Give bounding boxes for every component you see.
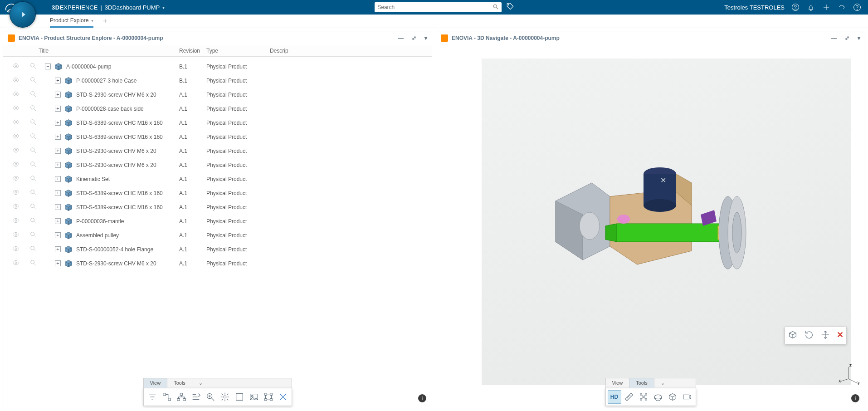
expander-button[interactable]: +	[55, 162, 61, 168]
tool-explode[interactable]	[637, 390, 650, 404]
tree-row[interactable]: +STD-S-2930-screw CHV M6 x 20A.1Physical…	[3, 158, 432, 172]
structure-tree[interactable]: −A-00000004-pumpB.1Physical Product+P-00…	[3, 57, 432, 408]
bell-icon[interactable]	[806, 3, 815, 12]
help-icon[interactable]	[853, 3, 862, 12]
pump-model[interactable]: ✕	[537, 137, 764, 301]
visibility-icon[interactable]	[11, 62, 20, 71]
expander-button[interactable]: +	[55, 106, 61, 112]
search-row-icon[interactable]	[29, 189, 38, 197]
expand-button[interactable]: ⤢	[845, 35, 849, 41]
visibility-icon[interactable]	[11, 203, 20, 211]
search-icon[interactable]	[493, 4, 499, 11]
panel-menu-button[interactable]: ▾	[424, 35, 427, 41]
search-row-icon[interactable]	[29, 175, 38, 183]
tool-camera[interactable]	[680, 390, 694, 404]
search-row-icon[interactable]	[29, 203, 38, 211]
tool-fit[interactable]	[218, 390, 232, 404]
search-row-icon[interactable]	[29, 76, 38, 85]
expander-button[interactable]: +	[55, 232, 61, 238]
3d-viewport[interactable]: ✕ ✕ z y x	[436, 45, 865, 408]
expander-button[interactable]: +	[55, 176, 61, 182]
expander-button[interactable]: +	[55, 218, 61, 224]
tool-measure[interactable]	[622, 390, 636, 404]
section-move-icon[interactable]	[820, 330, 830, 341]
expander-button[interactable]: +	[55, 148, 61, 154]
search-row-icon[interactable]	[29, 62, 38, 71]
expander-button[interactable]: +	[55, 260, 61, 266]
tag-icon[interactable]	[506, 2, 514, 12]
chevron-down-icon[interactable]: ▾	[162, 5, 165, 10]
visibility-icon[interactable]	[11, 231, 20, 240]
minimize-button[interactable]: —	[831, 35, 837, 41]
visibility-icon[interactable]	[11, 217, 20, 225]
axis-triad[interactable]: z y x	[838, 363, 859, 386]
tab-product-explore[interactable]: Product Explore ▾	[50, 15, 93, 28]
visibility-icon[interactable]	[11, 118, 20, 127]
search-row-icon[interactable]	[29, 118, 38, 127]
info-button[interactable]: i	[851, 394, 859, 402]
tree-row[interactable]: +STD-S-00000052-4 hole FlangeA.1Physical…	[3, 242, 432, 256]
search-row-icon[interactable]	[29, 259, 38, 268]
visibility-icon[interactable]	[11, 189, 20, 197]
tool-zoom-in[interactable]	[204, 390, 217, 404]
search-row-icon[interactable]	[29, 90, 38, 99]
tree-row[interactable]: −A-00000004-pumpB.1Physical Product	[3, 59, 432, 73]
user-icon[interactable]	[791, 3, 800, 12]
visibility-icon[interactable]	[11, 104, 20, 113]
minimize-button[interactable]: —	[398, 35, 404, 41]
visibility-icon[interactable]	[11, 259, 20, 268]
tool-render-mode[interactable]	[666, 390, 679, 404]
col-revision[interactable]: Revision	[179, 48, 206, 54]
tab-tools[interactable]: Tools	[167, 378, 192, 388]
visibility-icon[interactable]	[11, 245, 20, 254]
tree-row[interactable]: +STD-S-2930-screw CHV M6 x 20A.1Physical…	[3, 256, 432, 270]
search-row-icon[interactable]	[29, 147, 38, 155]
tree-row[interactable]: +P-00000027-3 hole CaseB.1Physical Produ…	[3, 73, 432, 88]
tab-tools[interactable]: Tools	[629, 378, 654, 388]
tree-row[interactable]: +STD-S-2930-screw CHV M6 x 20A.1Physical…	[3, 144, 432, 158]
info-button[interactable]: i	[418, 394, 426, 402]
expander-button[interactable]: +	[55, 92, 61, 98]
search-row-icon[interactable]	[29, 245, 38, 254]
visibility-icon[interactable]	[11, 175, 20, 183]
expander-button[interactable]: −	[45, 64, 51, 69]
expander-button[interactable]: +	[55, 204, 61, 210]
expander-button[interactable]: +	[55, 134, 61, 140]
col-title[interactable]: Title	[7, 48, 179, 54]
tree-row[interactable]: +STD-S-2930-screw CHV M6 x 20A.1Physical…	[3, 88, 432, 102]
search-row-icon[interactable]	[29, 132, 38, 141]
tree-row[interactable]: +Assembled pulleyA.1Physical Product	[3, 228, 432, 242]
search-row-icon[interactable]	[29, 161, 38, 169]
search-row-icon[interactable]	[29, 217, 38, 225]
col-type[interactable]: Type	[206, 48, 270, 54]
global-search[interactable]	[375, 2, 502, 12]
tree-row[interactable]: +P-00000028-case back sideA.1Physical Pr…	[3, 102, 432, 116]
section-rotate-icon[interactable]	[804, 330, 814, 341]
chevron-down-icon[interactable]: ▾	[91, 18, 93, 23]
tool-select[interactable]	[233, 390, 246, 404]
compass-icon[interactable]	[0, 0, 45, 29]
col-description[interactable]: Descrip	[270, 48, 428, 54]
tab-view[interactable]: View	[606, 378, 630, 388]
plus-icon[interactable]	[822, 3, 831, 12]
panel-menu-button[interactable]: ▾	[858, 35, 860, 41]
tree-row[interactable]: +STD-S-6389-screw CHC M16 x 160A.1Physic…	[3, 186, 432, 200]
visibility-icon[interactable]	[11, 76, 20, 85]
visibility-icon[interactable]	[11, 90, 20, 99]
tree-row[interactable]: +Kinematic SetA.1Physical Product	[3, 172, 432, 186]
tree-row[interactable]: +P-00000036-mantleA.1Physical Product	[3, 214, 432, 228]
search-row-icon[interactable]	[29, 231, 38, 240]
tool-structure[interactable]	[262, 390, 275, 404]
tree-row[interactable]: +STD-S-6389-screw CHC M16 x 160A.1Physic…	[3, 116, 432, 130]
tool-image[interactable]	[247, 390, 261, 404]
expander-button[interactable]: +	[55, 190, 61, 196]
tool-cross-highlight[interactable]	[276, 390, 290, 404]
tool-tree-view[interactable]	[160, 390, 174, 404]
tree-row[interactable]: +STD-S-6389-screw CHC M16 x 160A.1Physic…	[3, 200, 432, 214]
expand-button[interactable]: ⤢	[412, 35, 416, 41]
tabs-expand-icon[interactable]: ⌄	[654, 378, 671, 388]
search-input[interactable]	[377, 4, 493, 10]
tree-row[interactable]: +STD-S-6389-screw CHC M16 x 160A.1Physic…	[3, 130, 432, 144]
add-tab-button[interactable]: ＋	[102, 16, 109, 26]
expander-button[interactable]: +	[55, 120, 61, 126]
